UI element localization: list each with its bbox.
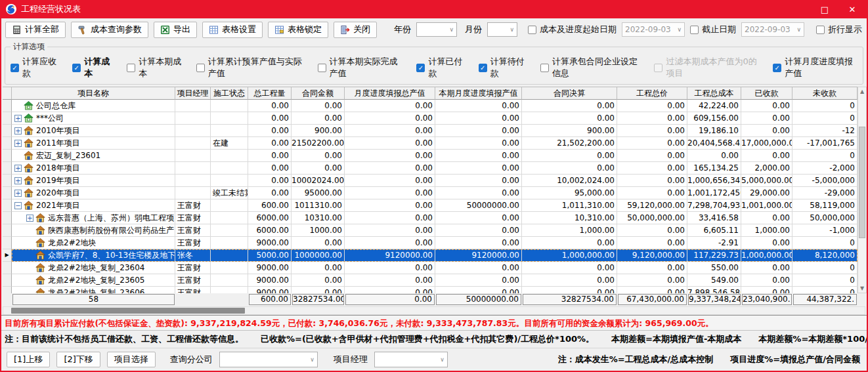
table-row[interactable]: 龙鼎2#2地块_复制_23605 王富财 9000.00 0.00 0.00 0…: [3, 274, 857, 287]
column-header[interactable]: 合同决算: [522, 87, 617, 100]
vertical-scroll-thumb[interactable]: [859, 127, 865, 238]
column-header[interactable]: 未收款: [792, 87, 857, 100]
calc-option-7[interactable]: 计算承包合同企业设定信息: [540, 56, 640, 79]
table-row[interactable]: + 2020年项目 竣工未结算 0.00 95000.00 0.00 0.00 …: [3, 187, 857, 199]
column-header[interactable]: 本期月度进度填报产值: [435, 87, 522, 100]
cost-query-params-button[interactable]: 成本查询参数: [71, 22, 148, 38]
calc-option-4[interactable]: 计算本期实际完成产值: [318, 56, 402, 79]
cell-period: 0.00: [435, 137, 522, 150]
table-lock-button[interactable]: 表格锁定: [268, 22, 328, 38]
checkbox-box: [127, 64, 135, 72]
cell-settle: 0.00: [522, 100, 617, 112]
tree-expand-icon[interactable]: +: [14, 177, 22, 184]
table-lock-icon: [274, 25, 284, 35]
project-name: 龙鼎2#2地块_复制_23604: [48, 262, 145, 274]
column-header[interactable]: 月度进度填报总产值: [345, 87, 435, 100]
close-button[interactable]: ✕: [847, 5, 857, 14]
row-indicator: [3, 100, 12, 112]
horizontal-scroll-thumb[interactable]: [11, 308, 245, 314]
month-select[interactable]: ∨: [487, 22, 517, 37]
column-header[interactable]: 工程总价: [617, 87, 687, 100]
table-row[interactable]: + 2019年项目 0.00 10002024.00 0.00 0.00 10,…: [3, 175, 857, 187]
column-header[interactable]: 总工程量: [248, 87, 292, 100]
cell-recv: 0.00: [741, 212, 792, 224]
table-row[interactable]: + 2018年项目 0.00 0.00 0.00 0.00 0.00 0.00 …: [3, 162, 857, 175]
cell-settle: 10,310.00: [522, 212, 617, 224]
cell-manager: [175, 187, 211, 199]
wrap-display-label: 折行显示: [828, 24, 862, 35]
year-select[interactable]: ∨: [416, 22, 457, 37]
exit-icon: [340, 25, 350, 35]
calc-option-9[interactable]: ✓计算月度进度填报产值: [773, 56, 857, 79]
column-header[interactable]: 工程总成本: [687, 87, 741, 100]
maximize-button[interactable]: □: [819, 5, 830, 14]
cell-monthly: 0.00: [345, 162, 435, 175]
calc-option-6[interactable]: ✓计算待付款: [479, 56, 526, 79]
cell-price: 0.00: [617, 125, 687, 137]
table-row[interactable]: 陕西康惠制药股份有限公司药品生产 王富财 6000.00 1000.00 0.0…: [3, 224, 857, 237]
cell-qty: 0.00: [248, 100, 292, 112]
table-row[interactable]: ▶ 众凯学府7、8、10-13住宅楼及地下 张冬 5000.00 1000000…: [3, 249, 857, 262]
close-window-label: 关闭: [353, 24, 370, 35]
scroll-down-icon[interactable]: ▼: [858, 285, 866, 291]
table-row[interactable]: + ***公司 0.00 0.00 0.00 0.00 0.00 0.00 60…: [3, 112, 857, 125]
cell-cost: 550.00: [687, 262, 741, 274]
column-header[interactable]: 项目经理: [175, 87, 211, 100]
tree-expand-icon[interactable]: +: [14, 115, 22, 122]
wrap-display-checkbox[interactable]: 折行显示: [816, 24, 862, 35]
manager-select[interactable]: ∨: [374, 352, 448, 367]
table-row[interactable]: 龙鼎2#2地块_复制_23606 王富财 9000.00 0.00 0.00 0…: [3, 287, 857, 293]
branch-select[interactable]: ∨: [219, 352, 318, 367]
table-row[interactable]: 龙鼎2#2地块_复制_23604 王富财 9000.00 0.00 0.00 0…: [3, 262, 857, 274]
tree-expand-icon[interactable]: +: [14, 140, 22, 147]
table-row[interactable]: + 远东普惠（上海、苏州）弱电工程项 王富财 6000.00 10310.00 …: [3, 212, 857, 224]
table-row[interactable]: − 2021年项目 王富财 600.00 1011310.00 0.00 500…: [3, 199, 857, 212]
column-header[interactable]: 已收款: [741, 87, 792, 100]
project-select-button[interactable]: 项目选择: [107, 352, 156, 367]
calc-option-5[interactable]: ✓计算已付款: [416, 56, 464, 79]
export-label: 导出: [173, 24, 190, 35]
summary-recv: 23,040,900.: [742, 294, 792, 305]
table-row[interactable]: 公司总仓库 0.00 0.00 0.00 0.00 0.00 0.00 42,2…: [3, 100, 857, 112]
cell-recv: 0.00: [741, 237, 792, 249]
end-date-picker[interactable]: 2022-09-03∨: [741, 22, 804, 37]
table-row[interactable]: + 2011年项目 在建 0.00 21502200.00 0.00 0.00 …: [3, 137, 857, 150]
tree-expand-icon[interactable]: +: [14, 127, 22, 134]
table-row[interactable]: 宏迈_复制_23601 0.00 0.00 0.00 0.00 0.00 0.0…: [3, 150, 857, 162]
cell-period: 0.00: [435, 187, 522, 199]
start-date-picker[interactable]: 2022-09-03∨: [622, 22, 685, 37]
horizontal-scrollbar[interactable]: [3, 306, 865, 315]
table-row[interactable]: 龙鼎2#2地块 王富财 9000.00 0.00 0.00 0.00 0.00 …: [3, 237, 857, 249]
cell-project-name: + 2019年项目: [12, 175, 175, 187]
tree-expand-icon[interactable]: +: [14, 190, 22, 197]
table-settings-button[interactable]: 表格设置: [202, 22, 263, 38]
checkbox-box: ✓: [11, 64, 19, 72]
calc-option-0[interactable]: ✓计算应收款: [11, 56, 58, 79]
move-down-button[interactable]: [2]下移: [56, 352, 100, 367]
cell-manager: 王富财: [175, 224, 211, 237]
move-up-button[interactable]: [1]上移: [7, 352, 50, 367]
table-row[interactable]: + 2010年项目 0.00 900.00 0.00 0.00 900.00 0…: [3, 125, 857, 137]
tree-expand-icon[interactable]: −: [14, 202, 22, 209]
calc-all-button[interactable]: 计算全部: [5, 22, 66, 38]
export-button[interactable]: 导出: [154, 22, 197, 38]
close-window-button[interactable]: 关闭: [334, 22, 377, 38]
tree-expand-icon[interactable]: +: [14, 165, 22, 172]
cell-period: 0.00: [435, 224, 522, 237]
start-date-checkbox[interactable]: 成本及进度起始日期: [528, 24, 617, 35]
column-header[interactable]: 项目名称: [12, 87, 175, 100]
cell-unrecv: -5,000,000: [792, 175, 857, 187]
calc-option-label: 计算本期成本: [139, 56, 182, 79]
calc-option-2[interactable]: 计算本期成本: [127, 56, 182, 79]
calc-option-3[interactable]: 计算累计预算产值与实际产值: [196, 56, 303, 79]
column-header[interactable]: 施工状态: [211, 87, 248, 100]
table-body: 公司总仓库 0.00 0.00 0.00 0.00 0.00 0.00 42,2…: [3, 100, 857, 293]
column-header[interactable]: 合同金额: [292, 87, 345, 100]
end-date-checkbox[interactable]: 截止日期: [690, 24, 736, 35]
calc-option-1[interactable]: ✓计算成本: [72, 56, 112, 79]
scroll-up-icon[interactable]: ▲: [858, 89, 866, 94]
tree-expand-icon[interactable]: +: [26, 215, 33, 222]
house-icon: [35, 276, 45, 285]
cell-contract: 21502200.00: [292, 137, 345, 150]
vertical-scrollbar[interactable]: ▲ ▼: [857, 87, 867, 293]
